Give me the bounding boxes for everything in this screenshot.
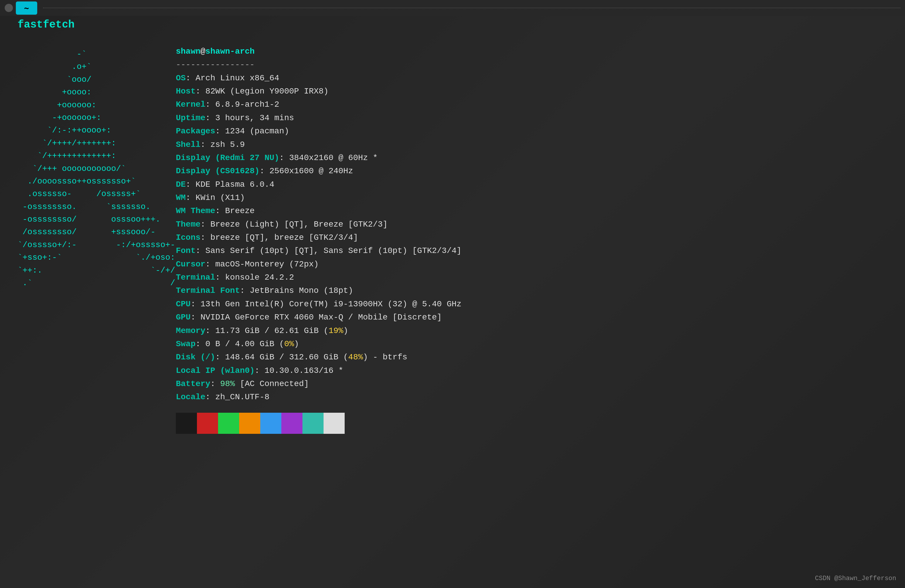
locale-value: : zh_CN.UTF-8	[205, 393, 269, 402]
battery-label: Battery	[176, 379, 210, 388]
locale-line: Locale: zh_CN.UTF-8	[176, 391, 888, 404]
display1-value: : 3840x2160 @ 60Hz *	[279, 153, 378, 162]
cpu-value: : 13th Gen Intel(R) Core(TM) i9-13900HX …	[191, 300, 461, 309]
terminal-font-value: : JetBrains Mono (18pt)	[240, 286, 353, 295]
icons-value: : breeze [QT], breeze [GTK2/3/4]	[200, 233, 358, 242]
titlebar: ~	[0, 0, 905, 16]
os-line: OS: Arch Linux x86_64	[176, 72, 888, 85]
titlebar-dots	[43, 8, 900, 8]
at-sign: @	[200, 47, 205, 56]
wm-theme-label: WM Theme	[176, 207, 215, 215]
display2-value: : 2560x1600 @ 240Hz	[260, 167, 353, 176]
username: shawn	[176, 47, 200, 56]
swap-value: : 0 B / 4.00 GiB (0%)	[195, 339, 299, 348]
terminal-line: Terminal: konsole 24.2.2	[176, 271, 888, 284]
terminal-value: : konsole 24.2.2	[215, 273, 294, 282]
wm-theme-line: WM Theme: Breeze	[176, 204, 888, 218]
de-line: DE: KDE Plasma 6.0.4	[176, 178, 888, 191]
separator-line: ----------------	[176, 58, 888, 71]
localip-line: Local IP (wlan0): 10.30.0.163/16 *	[176, 364, 888, 377]
theme-label: Theme	[176, 220, 200, 229]
terminal-label: Terminal	[176, 273, 215, 282]
os-label: OS	[176, 73, 186, 83]
footer-text: CSDN @Shawn_Jefferson	[815, 575, 896, 582]
shell-value: : zsh 5.9	[200, 140, 245, 149]
shell-label: Shell	[176, 140, 200, 149]
wm-theme-value: : Breeze	[215, 207, 254, 215]
font-value: : Sans Serif (10pt) [QT], Sans Serif (10…	[195, 246, 461, 255]
swap-line: Swap: 0 B / 4.00 GiB (0%)	[176, 337, 888, 351]
swap-label: Swap	[176, 339, 195, 348]
battery-line: Battery: 98% [AC Connected]	[176, 377, 888, 391]
palette-swatch	[281, 413, 302, 434]
wm-label: WM	[176, 193, 186, 202]
palette-swatch	[239, 413, 260, 434]
de-label: DE	[176, 180, 186, 189]
terminal-window: ~ fastfetch -` .o+` `ooo/ +oooo: +oooooo…	[0, 0, 905, 588]
host-line: Host: 82WK (Legion Y9000P IRX8)	[176, 85, 888, 98]
packages-label: Packages	[176, 127, 215, 136]
display1-line: Display (Redmi 27 NU): 3840x2160 @ 60Hz …	[176, 151, 888, 164]
localip-value: : 10.30.0.163/16 *	[255, 366, 343, 375]
user-host-line: shawn@shawn-arch	[176, 45, 888, 58]
icons-label: Icons	[176, 233, 200, 242]
theme-line: Theme: Breeze (Light) [QT], Breeze [GTK2…	[176, 218, 888, 231]
shell-line: Shell: zsh 5.9	[176, 138, 888, 151]
hostname: shawn-arch	[205, 47, 255, 56]
host-label: Host	[176, 87, 195, 96]
palette-swatch	[218, 413, 239, 434]
gpu-line: GPU: NVIDIA GeForce RTX 4060 Max-Q / Mob…	[176, 311, 888, 324]
packages-line: Packages: 1234 (pacman)	[176, 125, 888, 138]
disk-pct: 48%	[348, 353, 363, 362]
uptime-value: : 3 hours, 34 mins	[205, 113, 294, 122]
gpu-label: GPU	[176, 313, 191, 322]
wm-value: : KWin (X11)	[186, 193, 245, 202]
color-palette	[176, 413, 888, 434]
palette-swatch	[197, 413, 218, 434]
memory-value: : 11.73 GiB / 62.61 GiB (19%)	[205, 326, 348, 335]
kernel-value: : 6.8.9-arch1-2	[205, 100, 279, 109]
memory-pct: 19%	[329, 326, 343, 335]
display2-line: Display (CS01628): 2560x1600 @ 240Hz	[176, 164, 888, 178]
palette-swatch	[302, 413, 324, 434]
uptime-line: Uptime: 3 hours, 34 mins	[176, 111, 888, 125]
terminal-font-line: Terminal Font: JetBrains Mono (18pt)	[176, 284, 888, 297]
palette-swatch	[324, 413, 345, 434]
memory-line: Memory: 11.73 GiB / 62.61 GiB (19%)	[176, 324, 888, 337]
battery-value: : 98% [AC Connected]	[210, 379, 309, 388]
font-line: Font: Sans Serif (10pt) [QT], Sans Serif…	[176, 244, 888, 257]
disk-value: : 148.64 GiB / 312.60 GiB (48%) - btrfs	[215, 353, 407, 362]
host-value: : 82WK (Legion Y9000P IRX8)	[195, 87, 329, 96]
main-content: -` .o+` `ooo/ +oooo: +oooooo: -+oooooo+:…	[0, 33, 905, 445]
sysinfo-panel: shawn@shawn-arch ---------------- OS: Ar…	[170, 45, 888, 434]
memory-label: Memory	[176, 326, 205, 335]
uptime-label: Uptime	[176, 113, 205, 122]
battery-pct: 98%	[220, 379, 235, 388]
cursor-label: Cursor	[176, 260, 205, 269]
ascii-art: -` .o+` `ooo/ +oooo: +oooooo: -+oooooo+:…	[17, 48, 170, 434]
cpu-label: CPU	[176, 300, 191, 309]
disk-label: Disk (/)	[176, 353, 215, 362]
palette-swatch	[260, 413, 281, 434]
kernel-label: Kernel	[176, 100, 205, 109]
fastfetch-title: fastfetch	[17, 19, 905, 31]
packages-value: : 1234 (pacman)	[215, 127, 289, 136]
close-button[interactable]	[5, 4, 13, 12]
cpu-line: CPU: 13th Gen Intel(R) Core(TM) i9-13900…	[176, 297, 888, 311]
de-value: : KDE Plasma 6.0.4	[186, 180, 274, 189]
cursor-line: Cursor: macOS-Monterey (72px)	[176, 257, 888, 271]
locale-label: Locale	[176, 393, 205, 402]
terminal-font-label: Terminal Font	[176, 286, 240, 295]
display1-label: Display (Redmi 27 NU)	[176, 153, 279, 162]
gpu-value: : NVIDIA GeForce RTX 4060 Max-Q / Mobile…	[191, 313, 441, 322]
palette-swatch	[176, 413, 197, 434]
swap-pct: 0%	[284, 339, 294, 348]
theme-value: : Breeze (Light) [QT], Breeze [GTK2/3]	[200, 220, 388, 229]
localip-label: Local IP (wlan0)	[176, 366, 255, 375]
font-label: Font	[176, 246, 195, 255]
tab-tilde[interactable]: ~	[16, 2, 37, 15]
icons-line: Icons: breeze [QT], breeze [GTK2/3/4]	[176, 231, 888, 244]
kernel-line: Kernel: 6.8.9-arch1-2	[176, 98, 888, 111]
display2-label: Display (CS01628)	[176, 167, 260, 176]
disk-line: Disk (/): 148.64 GiB / 312.60 GiB (48%) …	[176, 351, 888, 364]
